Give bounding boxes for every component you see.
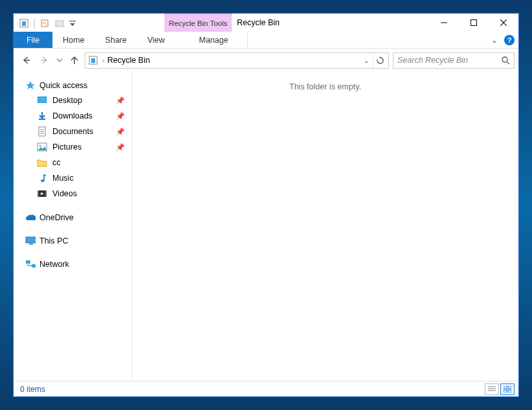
close-button[interactable] (489, 14, 518, 32)
pin-icon: 📌 (116, 112, 125, 120)
status-bar: 0 items (14, 381, 518, 396)
sidebar-this-pc[interactable]: This PC (14, 234, 131, 248)
sidebar-item-label: Quick access (39, 81, 87, 90)
pictures-icon (37, 142, 47, 152)
status-item-count: 0 items (20, 385, 45, 394)
sidebar-item-label: Downloads (52, 111, 93, 120)
svg-rect-4 (69, 21, 76, 21)
sidebar-item-downloads[interactable]: Downloads 📌 (14, 108, 131, 124)
breadcrumb-chevron-icon[interactable]: › (102, 56, 105, 64)
qat-customize-icon[interactable] (68, 16, 77, 31)
quick-access-toolbar: | (14, 14, 77, 32)
details-view-button[interactable] (485, 383, 499, 395)
tab-share[interactable]: Share (94, 32, 137, 48)
sidebar-item-label: cc (52, 158, 61, 167)
navigation-bar: › Recycle Bin ⌄ (14, 49, 518, 72)
sidebar-item-label: Pictures (52, 142, 82, 152)
address-dropdown-icon[interactable]: ⌄ (364, 57, 369, 64)
videos-icon (37, 188, 47, 199)
tab-manage[interactable]: Manage (181, 32, 248, 48)
document-icon (37, 126, 47, 137)
svg-rect-29 (29, 244, 33, 245)
recycle-bin-icon[interactable] (16, 16, 32, 31)
recycle-bin-icon (87, 56, 100, 65)
svg-rect-31 (32, 264, 36, 268)
svg-rect-12 (91, 58, 95, 63)
sidebar-item-music[interactable]: Music (14, 170, 131, 186)
music-icon (37, 173, 47, 183)
sidebar-onedrive[interactable]: OneDrive (14, 211, 131, 225)
tab-home[interactable]: Home (52, 32, 94, 48)
up-button[interactable] (66, 52, 83, 69)
pin-icon: 📌 (116, 97, 125, 105)
breadcrumb-location[interactable]: Recycle Bin (107, 56, 150, 65)
maximize-button[interactable] (459, 14, 489, 32)
svg-rect-35 (504, 386, 507, 389)
sidebar-item-label: Documents (52, 127, 93, 136)
download-icon (37, 111, 47, 121)
svg-rect-38 (508, 390, 511, 393)
svg-rect-26 (38, 190, 39, 197)
recent-locations-icon[interactable] (55, 52, 64, 69)
address-bar[interactable]: › Recycle Bin ⌄ (85, 52, 389, 69)
sidebar-item-label: Music (52, 174, 74, 183)
svg-rect-37 (504, 390, 507, 393)
content-area: Quick access Desktop 📌 Downloads 📌 Docum… (14, 72, 518, 381)
svg-rect-27 (45, 190, 47, 197)
navigation-pane[interactable]: Quick access Desktop 📌 Downloads 📌 Docum… (14, 72, 131, 381)
thispc-icon (25, 236, 36, 246)
forward-button[interactable] (36, 52, 53, 69)
search-box[interactable] (393, 52, 515, 69)
qat-separator-icon: | (32, 16, 37, 31)
ribbon: File Home Share View Manage ⌄ ? (14, 32, 518, 49)
sidebar-item-label: OneDrive (39, 213, 74, 222)
tab-view[interactable]: View (137, 32, 175, 48)
svg-line-14 (507, 62, 509, 64)
svg-rect-1 (22, 21, 26, 26)
contextual-tab-header[interactable]: Recycle Bin Tools (164, 14, 232, 32)
desktop-icon (37, 95, 47, 106)
sidebar-item-label: Network (39, 260, 69, 269)
svg-point-23 (39, 145, 41, 147)
svg-rect-16 (38, 97, 46, 102)
back-button[interactable] (17, 52, 34, 69)
minimize-button[interactable] (429, 14, 459, 32)
properties-icon[interactable] (37, 16, 52, 31)
window-title: Recycle Bin (237, 18, 280, 27)
sidebar-item-cc[interactable]: cc (14, 155, 131, 170)
pin-icon: 📌 (116, 143, 125, 152)
sidebar-item-label: Desktop (52, 96, 82, 105)
sidebar-network[interactable]: Network (14, 257, 131, 271)
svg-point-24 (41, 179, 45, 182)
sidebar-item-videos[interactable]: Videos (14, 186, 131, 201)
svg-rect-2 (41, 20, 48, 27)
svg-rect-36 (508, 386, 511, 389)
folder-icon (37, 157, 47, 168)
file-tab[interactable]: File (14, 32, 52, 48)
sidebar-item-label: Videos (52, 189, 77, 198)
file-explorer-window: | Recycle Bin Tools Recycle Bin File Hom… (13, 13, 519, 397)
sidebar-item-desktop[interactable]: Desktop 📌 (14, 93, 131, 108)
network-icon (25, 259, 36, 269)
sidebar-item-label: This PC (39, 236, 68, 245)
svg-rect-6 (471, 20, 477, 26)
svg-rect-28 (26, 237, 36, 243)
sidebar-item-pictures[interactable]: Pictures 📌 (14, 139, 131, 155)
ribbon-expand-icon[interactable]: ⌄ (491, 36, 498, 45)
sidebar-quick-access[interactable]: Quick access (14, 78, 131, 93)
refresh-button[interactable] (373, 53, 387, 67)
search-input[interactable] (397, 56, 510, 65)
sidebar-item-documents[interactable]: Documents 📌 (14, 124, 131, 139)
star-icon (25, 80, 36, 91)
titlebar: | Recycle Bin Tools Recycle Bin (14, 14, 518, 32)
thumbnails-view-button[interactable] (500, 383, 515, 395)
svg-rect-3 (56, 21, 63, 27)
new-folder-icon[interactable] (52, 16, 68, 31)
onedrive-icon (25, 212, 36, 223)
svg-point-13 (502, 57, 507, 62)
help-icon[interactable]: ? (504, 35, 515, 45)
empty-folder-message: This folder is empty. (132, 82, 518, 91)
svg-rect-30 (26, 260, 30, 264)
file-list-pane[interactable]: This folder is empty. (131, 72, 518, 381)
search-icon[interactable] (502, 56, 510, 65)
